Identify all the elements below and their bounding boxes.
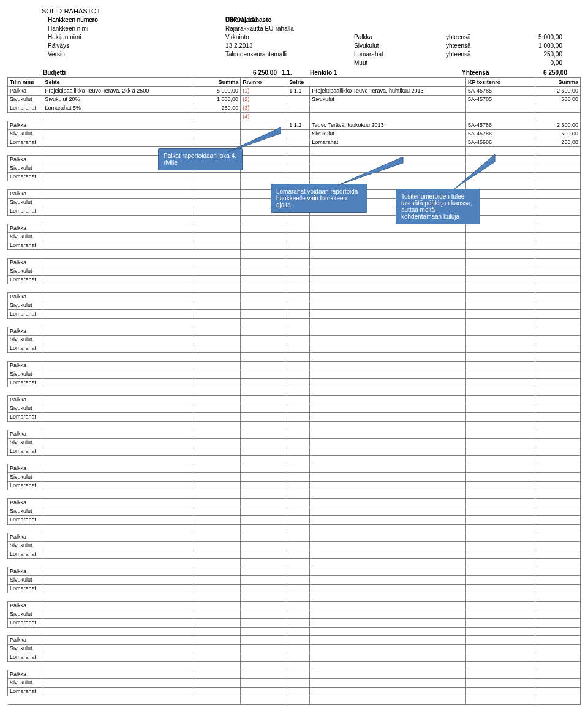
table-row: LomarahatLomarahat 5%250,00(3) <box>8 104 581 113</box>
table-row: Palkka <box>8 224 581 233</box>
table-row: Palkka <box>8 430 581 439</box>
summary-ylabel: yhteensä <box>446 42 501 50</box>
spacer-row <box>8 387 581 396</box>
col-summa-r: Summa <box>535 78 580 87</box>
table-row: PalkkaProjektipäällikkö Teuvo Terävä, 2k… <box>8 87 581 96</box>
meta-label: Versio <box>48 50 225 59</box>
callout-text: Tositenumeroiden tulee täsmätä pääkirjan… <box>401 193 472 220</box>
summary-label: Muut <box>354 59 446 67</box>
col-selite-r: Selite <box>287 78 466 87</box>
table-row: Sivukulut <box>8 679 581 688</box>
table-row: Lomarahat <box>8 585 581 593</box>
spacer-row <box>8 456 581 464</box>
table-row: (4) <box>8 113 581 121</box>
table-row: Sivukulut <box>8 267 581 276</box>
summary-value: 5 000,00 <box>501 33 562 42</box>
summary-value: 250,00 <box>501 50 562 59</box>
table-row: Palkka <box>8 602 581 610</box>
callout-text: Palkat raportoidaan joka 4. riville <box>164 153 236 166</box>
spacer-row <box>8 422 581 430</box>
budget-r2: Henkilö 1 <box>310 69 462 77</box>
table-row: Lomarahat <box>8 516 581 525</box>
spacer-row <box>8 284 581 293</box>
table-row: Palkka <box>8 396 581 404</box>
budget-ramount: 6 250,00 <box>523 69 570 77</box>
main-title: SOLID-RAHASTOT <box>7 7 581 15</box>
meta-label: Päiväys <box>48 42 225 50</box>
table-row: Sivukulut <box>8 301 581 310</box>
table-row: Palkka <box>8 533 581 542</box>
budget-r1: 1.1. <box>279 69 310 77</box>
table-row: Sivukulut <box>8 542 581 550</box>
table-row: Palkka <box>8 567 581 576</box>
budget-label: Budjetti <box>42 69 233 77</box>
table-row: Sivukulut <box>8 507 581 516</box>
spacer-row <box>8 319 581 327</box>
meta-mid: Rajarakkautta EU-rahalla <box>225 25 354 33</box>
table-row: SivukulutSivukulut5A-45786500,00 <box>8 130 581 138</box>
callout-text: Lomarahat voidaan raportoida hankkeelle … <box>276 188 358 208</box>
summary-label: Lomarahat <box>354 50 446 59</box>
col-selite: Selite <box>43 78 194 87</box>
table-row: Sivukulut <box>8 164 581 173</box>
summary-label: Palkka <box>354 33 446 42</box>
table-row: Palkka <box>8 293 581 301</box>
col-tilin-nimi: Tilin nimi <box>8 78 43 87</box>
table-row: Lomarahat <box>8 344 581 353</box>
table-row: LomarahatLomarahat5A-45686250,00 <box>8 138 581 147</box>
table-row: Sivukulut <box>8 576 581 585</box>
table-row: Lomarahat <box>8 413 581 422</box>
table-row: Lomarahat <box>8 688 581 696</box>
spacer-row <box>8 490 581 499</box>
table-row: Palkka <box>8 636 581 645</box>
summary-ylabel: yhteensä <box>446 33 501 42</box>
table-row: Lomarahat <box>8 310 581 319</box>
summary-value: 1 000,00 <box>501 42 562 50</box>
table-row: Palkka1.1.2Teuvo Terävä, toukokuu 20135A… <box>8 121 581 130</box>
spacer-row <box>8 559 581 567</box>
table-row: Lomarahat <box>8 173 581 181</box>
table-row: Sivukulut <box>8 336 581 344</box>
table-row: Sivukulut <box>8 610 581 619</box>
table-row: Palkka <box>8 464 581 473</box>
page: SOLID-RAHASTOT Hankkeen numero Ulkorajar… <box>7 7 581 705</box>
budget-r3: Yhteensä <box>462 69 523 77</box>
col-rivinro: Rivinro <box>241 78 287 87</box>
spacer-row <box>8 216 581 224</box>
table-row: Lomarahat <box>8 619 581 628</box>
table-row: Sivukulut <box>8 473 581 482</box>
table-row: Sivukulut <box>8 645 581 653</box>
spacer-row <box>8 147 581 156</box>
table-row: Lomarahat <box>8 653 581 662</box>
table-row: Sivukulut <box>8 404 581 413</box>
table-row: Palkka <box>8 362 581 370</box>
table-row: Lomarahat <box>8 550 581 559</box>
meta-label: Hankkeen numero <box>48 16 225 25</box>
table-row: Sivukulut <box>8 233 581 241</box>
table-row: Lomarahat <box>8 447 581 456</box>
spacer-row <box>8 250 581 259</box>
meta-mid: EBF0111A1 <box>225 16 354 25</box>
callout-lomarahat: Lomarahat voidaan raportoida hankkeelle … <box>271 184 368 213</box>
summary-value: 0,00 <box>501 59 562 67</box>
budget-header-row: Budjetti 6 250,00 1.1. Henkilö 1 Yhteens… <box>7 69 581 77</box>
spacer-row <box>8 525 581 533</box>
table-row: Lomarahat <box>8 241 581 250</box>
table-row: SivukulutSivukulut 20%1 000,00(2)Sivukul… <box>8 96 581 104</box>
meta-label: Hakijan nimi <box>48 33 225 42</box>
summary-label: Sivukulut <box>354 42 446 50</box>
meta-mid: 13.2.2013 <box>225 42 354 50</box>
col-kp-tositenro: KP tositenro <box>466 78 535 87</box>
meta-label: Hankkeen nimi <box>48 25 225 33</box>
table-row: Sivukulut <box>8 370 581 379</box>
meta-mid: Taloudenseurantamalli <box>225 50 354 59</box>
spacer-row <box>8 662 581 670</box>
table-row: Palkka <box>8 670 581 679</box>
budget-amount: 6 250,00 <box>233 69 279 77</box>
spacer-row <box>8 593 581 602</box>
col-summa: Summa <box>194 78 241 87</box>
callout-palkat: Palkat raportoidaan joka 4. riville <box>158 148 243 170</box>
table-row: Sivukulut <box>8 439 581 447</box>
table-row: Palkka <box>8 499 581 507</box>
main-table: Tilin nimi Selite Summa Rivinro Selite K… <box>7 77 581 705</box>
